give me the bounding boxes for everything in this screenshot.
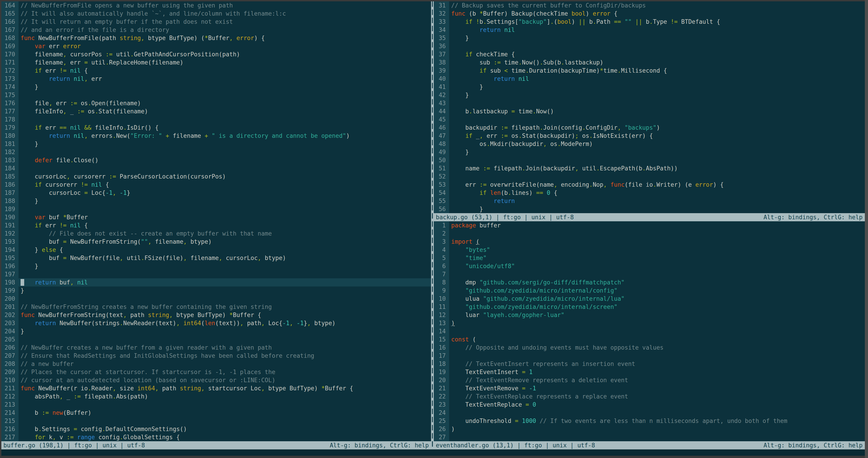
code-line[interactable]: 55 return: [434, 197, 865, 205]
code-line[interactable]: 11 "github.com/zyedidia/micro/internal/s…: [434, 303, 865, 311]
code-line[interactable]: 179 if err == nil && fileInfo.IsDir() {: [1, 123, 431, 132]
code-line[interactable]: 37 if checkTime {: [434, 50, 865, 58]
vertical-split-divider[interactable]: [431, 1, 434, 450]
code-line[interactable]: 188 }: [1, 197, 431, 205]
code-line[interactable]: 10 ulua "github.com/zyedidia/micro/inter…: [434, 295, 865, 303]
code-line[interactable]: 170 filename, cursorPos := util.GetPathA…: [1, 50, 431, 58]
code-line[interactable]: 166// It will return an empty buffer if …: [1, 18, 431, 26]
code-line[interactable]: 183 defer file.Close(): [1, 156, 431, 164]
code-line[interactable]: 16 // Opposite and undoing events must h…: [434, 343, 865, 352]
code-line[interactable]: 180 return nil, errors.New("Error: " + f…: [1, 132, 431, 140]
code-line[interactable]: 196 }: [1, 262, 431, 270]
code-line[interactable]: 206// NewBuffer creates a new buffer fro…: [1, 343, 431, 352]
code-line[interactable]: 213: [1, 401, 431, 409]
code-line[interactable]: 208// a new buffer: [1, 360, 431, 368]
code-line[interactable]: 177 fileInfo, _ := os.Stat(filename): [1, 107, 431, 115]
code-line[interactable]: 26): [434, 425, 865, 433]
code-line[interactable]: 43: [434, 99, 865, 107]
code-line[interactable]: 1package buffer: [434, 221, 865, 229]
code-line[interactable]: 41 }: [434, 83, 865, 91]
code-line[interactable]: 21 TextEventRemove = -1: [434, 384, 865, 392]
code-line[interactable]: 49 }: [434, 148, 865, 156]
code-line[interactable]: 42 }: [434, 91, 865, 99]
code-line[interactable]: 210// cursor at an autodetected location…: [1, 376, 431, 384]
editor-pane-eventhandler[interactable]: 1package buffer23import (4 "bytes"5 "tim…: [434, 221, 865, 441]
code-line[interactable]: 181 }: [1, 140, 431, 148]
code-line[interactable]: 39 if sub < time.Duration(backupTime)*ti…: [434, 66, 865, 75]
editor-pane-backup[interactable]: 31// Backup saves the current buffer to …: [434, 1, 865, 213]
code-line[interactable]: 201// NewBufferFromString creates a new …: [1, 303, 431, 311]
code-line[interactable]: 172 if err != nil {: [1, 66, 431, 75]
code-line[interactable]: 193 buf = NewBufferFromString("", filena…: [1, 237, 431, 246]
code-line[interactable]: 171 filename, err = util.ReplaceHome(fil…: [1, 58, 431, 66]
code-line[interactable]: 25 undoThreshold = 1000 // If two events…: [434, 417, 865, 425]
code-line[interactable]: 54 if len(b.lines) == 0 {: [434, 189, 865, 197]
code-line[interactable]: 3import (: [434, 237, 865, 246]
code-line[interactable]: 40 return nil: [434, 75, 865, 83]
code-line[interactable]: 5 "time": [434, 254, 865, 262]
code-line[interactable]: 184: [1, 164, 431, 172]
code-line[interactable]: 20 // TextEventRemove represents a delet…: [434, 376, 865, 384]
code-line[interactable]: 190 var buf *Buffer: [1, 213, 431, 221]
code-line[interactable]: 22 // TextEventReplace represents a repl…: [434, 392, 865, 401]
code-line[interactable]: 189: [1, 205, 431, 213]
code-line[interactable]: 204}: [1, 327, 431, 335]
code-line[interactable]: 198 return buf, nil: [1, 278, 431, 286]
code-line[interactable]: 182: [1, 148, 431, 156]
code-line[interactable]: 175: [1, 91, 431, 99]
code-line[interactable]: 33 if !b.Settings["backup"].(bool) || b.…: [434, 18, 865, 26]
code-line[interactable]: 176 file, err := os.Open(filename): [1, 99, 431, 107]
code-line[interactable]: 211func NewBuffer(r io.Reader, size int6…: [1, 384, 431, 392]
editor-pane-buffer[interactable]: 164// NewBufferFromFile opens a new buff…: [1, 1, 431, 441]
code-line[interactable]: 47 if _, err := os.Stat(backupdir); os.I…: [434, 132, 865, 140]
code-line[interactable]: 217 for k, v := range config.GlobalSetti…: [1, 433, 431, 441]
code-line[interactable]: 197: [1, 270, 431, 278]
code-line[interactable]: 14: [434, 327, 865, 335]
code-line[interactable]: 46 backupdir := filepath.Join(config.Con…: [434, 123, 865, 132]
code-line[interactable]: 173 return nil, err: [1, 75, 431, 83]
code-line[interactable]: 195 buf = NewBuffer(file, util.FSize(fil…: [1, 254, 431, 262]
code-line[interactable]: 169 var err error: [1, 42, 431, 50]
code-line[interactable]: 9 "github.com/zyedidia/micro/internal/co…: [434, 286, 865, 295]
code-line[interactable]: 207// Ensure that ReadSettings and InitG…: [1, 352, 431, 360]
code-line[interactable]: 185 cursorLoc, cursorerr := ParseCursorL…: [1, 172, 431, 180]
code-line[interactable]: 13): [434, 319, 865, 327]
code-line[interactable]: 23 TextEventReplace = 0: [434, 401, 865, 409]
code-line[interactable]: 12 luar "layeh.com/gopher-luar": [434, 311, 865, 319]
code-line[interactable]: 203 return NewBuffer(strings.NewReader(t…: [1, 319, 431, 327]
code-line[interactable]: 52: [434, 172, 865, 180]
code-line[interactable]: 56 }: [434, 205, 865, 213]
code-line[interactable]: 7: [434, 270, 865, 278]
code-line[interactable]: 27: [434, 433, 865, 441]
command-line[interactable]: [1, 450, 865, 456]
code-line[interactable]: 4 "bytes": [434, 246, 865, 254]
code-line[interactable]: 209// Places the cursor at startcursor. …: [1, 368, 431, 376]
code-line[interactable]: 215: [1, 417, 431, 425]
code-line[interactable]: 212 absPath, _ := filepath.Abs(path): [1, 392, 431, 401]
code-line[interactable]: 202func NewBufferFromString(text, path s…: [1, 311, 431, 319]
code-line[interactable]: 192 // File does not exist -- create an …: [1, 229, 431, 237]
code-line[interactable]: 168func NewBufferFromFile(path string, b…: [1, 34, 431, 42]
code-line[interactable]: 36: [434, 42, 865, 50]
code-line[interactable]: 8 dmp "github.com/sergi/go-diff/diffmatc…: [434, 278, 865, 286]
code-line[interactable]: 19 TextEventInsert = 1: [434, 368, 865, 376]
code-line[interactable]: 35 }: [434, 34, 865, 42]
code-line[interactable]: 199}: [1, 286, 431, 295]
code-line[interactable]: 2: [434, 229, 865, 237]
code-line[interactable]: 205: [1, 335, 431, 343]
code-line[interactable]: 194 } else {: [1, 246, 431, 254]
code-line[interactable]: 187 cursorLoc = Loc{-1, -1}: [1, 189, 431, 197]
code-line[interactable]: 6 "unicode/utf8": [434, 262, 865, 270]
code-line[interactable]: 164// NewBufferFromFile opens a new buff…: [1, 1, 431, 9]
code-line[interactable]: 53 err := overwriteFile(name, encoding.N…: [434, 180, 865, 189]
code-line[interactable]: 174 }: [1, 83, 431, 91]
code-line[interactable]: 48 os.Mkdir(backupdir, os.ModePerm): [434, 140, 865, 148]
code-line[interactable]: 31// Backup saves the current buffer to …: [434, 1, 865, 9]
code-line[interactable]: 50: [434, 156, 865, 164]
code-line[interactable]: 216 b.Settings = config.DefaultCommonSet…: [1, 425, 431, 433]
code-line[interactable]: 200: [1, 295, 431, 303]
code-line[interactable]: 45: [434, 115, 865, 123]
code-line[interactable]: 32func (b *Buffer) Backup(checkTime bool…: [434, 9, 865, 18]
code-line[interactable]: 165// It will also automatically handle …: [1, 9, 431, 18]
code-line[interactable]: 186 if cursorerr != nil {: [1, 180, 431, 189]
